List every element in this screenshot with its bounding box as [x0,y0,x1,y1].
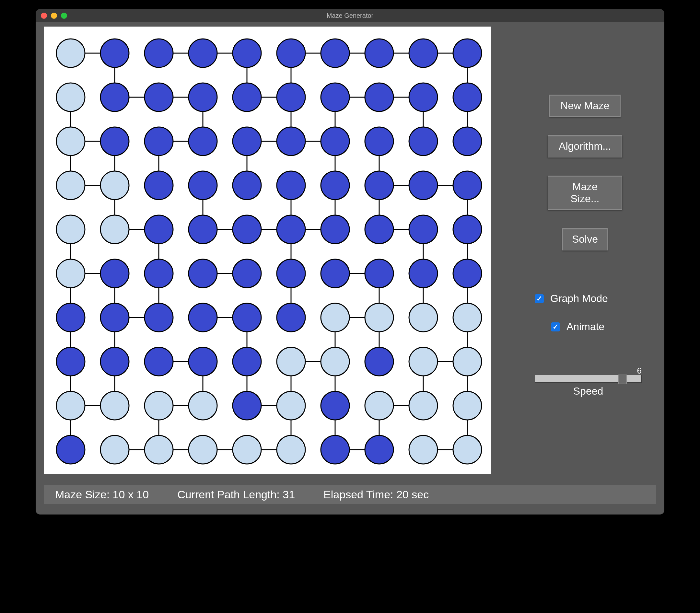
maze-node-visited [277,347,305,376]
maze-node [144,171,173,199]
animate-checkbox[interactable]: ✓ [551,322,560,331]
maze-node [56,303,85,332]
maze-node [233,303,261,332]
maze-node [277,303,305,332]
maze-node [189,259,217,288]
maze-node [453,127,482,156]
maze-node-visited [453,435,482,464]
app-window: Maze Generator New Maze Algorithm... Maz… [36,9,664,514]
maze-node [277,83,305,112]
maze-node [409,259,438,288]
maze-node-visited [409,347,438,376]
maze-node-visited [101,171,129,199]
maze-node [233,39,261,67]
maze-node [233,215,261,244]
maze-node-visited [101,391,129,420]
status-elapsed-time: Elapsed Time: 20 sec [323,488,429,501]
maze-node-visited [56,39,85,67]
maze-node [277,215,305,244]
maze-node-visited [321,303,349,332]
graph-mode-checkbox[interactable]: ✓ [535,294,544,303]
maze-node [409,127,438,156]
maze-node [101,83,129,112]
maze-node-visited [365,391,393,420]
maze-node-visited [56,83,85,112]
maze-graph [44,27,491,474]
maze-node [144,83,173,112]
side-panel: New Maze Algorithm... Maze Size... Solve… [506,27,664,474]
graph-mode-label: Graph Mode [550,292,608,304]
maze-node [365,127,393,156]
algorithm-button[interactable]: Algorithm... [548,135,622,157]
status-maze-size: Maze Size: 10 x 10 [55,488,149,501]
maze-node [189,303,217,332]
maze-node [144,127,173,156]
maze-node-visited [409,303,438,332]
maze-node [101,39,129,67]
maze-node [144,347,173,376]
maze-node-visited [101,435,129,464]
maze-node-visited [56,127,85,156]
maze-node [321,259,349,288]
maze-node [101,259,129,288]
maze-node-visited [365,303,393,332]
maze-node-visited [56,391,85,420]
maze-node [453,171,482,199]
maze-node [453,215,482,244]
maze-node [101,347,129,376]
maze-node [233,391,261,420]
speed-slider[interactable] [535,375,642,383]
maze-node [233,347,261,376]
maze-canvas [44,27,491,474]
maze-node [144,215,173,244]
maze-node [189,215,217,244]
maze-node [56,347,85,376]
maze-node-visited [453,347,482,376]
maze-node-visited [144,435,173,464]
maze-node [277,39,305,67]
maze-node [321,215,349,244]
maze-node [453,83,482,112]
maze-node [365,259,393,288]
status-path-length: Current Path Length: 31 [177,488,295,501]
maze-node-visited [233,435,261,464]
maze-node [453,39,482,67]
maze-node [101,303,129,332]
maze-node [365,171,393,199]
maze-node [365,83,393,112]
maze-node [233,259,261,288]
speed-label: Speed [535,385,642,397]
maze-node [56,435,85,464]
maze-node [144,259,173,288]
maze-node-visited [321,347,349,376]
speed-slider-thumb[interactable] [618,375,627,384]
maze-node [144,303,173,332]
solve-button[interactable]: Solve [562,228,608,250]
maze-node-visited [409,435,438,464]
maze-node [277,127,305,156]
maze-node [409,171,438,199]
maze-node [321,39,349,67]
maze-node-visited [277,391,305,420]
maze-node-visited [453,391,482,420]
maze-node [233,127,261,156]
maze-node [321,391,349,420]
maze-node-visited [453,303,482,332]
new-maze-button[interactable]: New Maze [549,95,621,117]
maze-node [277,259,305,288]
maze-node-visited [56,171,85,199]
status-bar: Maze Size: 10 x 10 Current Path Length: … [44,485,656,504]
maze-node [365,347,393,376]
maze-node [189,347,217,376]
maze-node [321,127,349,156]
animate-label: Animate [567,321,605,333]
maze-node [365,215,393,244]
maze-node [365,39,393,67]
maze-node [189,171,217,199]
maze-node [101,127,129,156]
maze-node [321,435,349,464]
maze-node [321,171,349,199]
maze-size-button[interactable]: Maze Size... [548,175,622,210]
maze-node [233,83,261,112]
maze-node-visited [277,435,305,464]
